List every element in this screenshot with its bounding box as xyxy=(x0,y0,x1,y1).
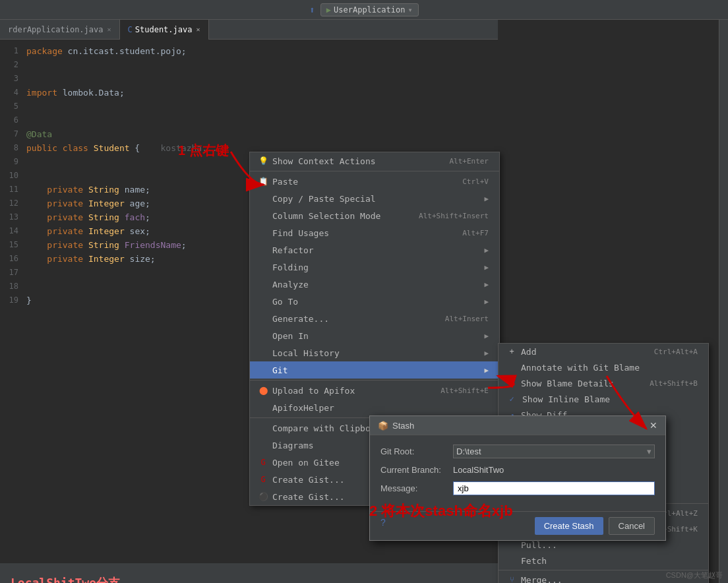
menu-label: ApifoxHelper xyxy=(272,403,334,413)
tab-label: rderApplication.java xyxy=(8,25,104,34)
menu-label: Generate... xyxy=(272,314,329,324)
menu-label: Create Gist... xyxy=(272,492,345,502)
git-label: Add xyxy=(521,347,536,357)
menu-item-paste[interactable]: 📋 Paste Ctrl+V xyxy=(250,173,499,190)
current-branch-label: Current Branch: xyxy=(380,465,453,475)
menu-item-refactor[interactable]: Refactor ▶ xyxy=(250,241,499,259)
message-label: Message: xyxy=(380,483,453,493)
blank-icon xyxy=(258,262,268,272)
menu-item-folding[interactable]: Folding ▶ xyxy=(250,259,499,276)
add-icon: + xyxy=(506,346,517,357)
git-label: Show Blame Details xyxy=(521,379,614,388)
blank-icon xyxy=(258,440,268,450)
blank-icon xyxy=(258,228,268,238)
git-item-annotate[interactable]: Annotate with Git Blame xyxy=(499,359,708,375)
menu-label: Find Usages xyxy=(272,228,329,238)
blank-icon xyxy=(258,193,268,204)
gitee-icon: G xyxy=(258,457,268,468)
menu-label: Go To xyxy=(272,297,298,307)
git-root-value: D:\test xyxy=(456,446,481,456)
code-line: 4 import lombok.Data; xyxy=(0,86,498,100)
arrow-icon: ▶ xyxy=(484,297,489,306)
arrow-icon: ▶ xyxy=(484,366,489,375)
menu-label: Local History xyxy=(272,348,340,358)
separator xyxy=(250,171,499,171)
menu-label: Diagrams xyxy=(272,441,314,450)
shortcut-label: Ctrl+V xyxy=(462,177,489,186)
menu-label: Analyze xyxy=(272,280,309,290)
menu-item-generate[interactable]: Generate... Alt+Insert xyxy=(250,310,499,327)
paste-icon: 📋 xyxy=(258,176,268,187)
menu-item-context-actions[interactable]: 💡 Show Context Actions Alt+Enter xyxy=(250,152,499,169)
menu-label: Paste xyxy=(272,177,298,187)
dropdown-arrow-icon: ▾ xyxy=(647,446,652,456)
blank-icon xyxy=(258,279,268,290)
blank-icon xyxy=(258,245,268,255)
blank-icon xyxy=(258,210,268,221)
shortcut-label: Alt+Enter xyxy=(449,157,489,166)
menu-item-analyze[interactable]: Analyze ▶ xyxy=(250,276,499,293)
menu-label: Column Selection Mode xyxy=(272,211,380,221)
cancel-button[interactable]: Cancel xyxy=(609,517,655,535)
git-root-select[interactable]: D:\test ▾ xyxy=(453,445,655,458)
dropdown-icon: ▾ xyxy=(408,5,412,15)
message-input[interactable] xyxy=(453,481,655,495)
blank-icon xyxy=(258,365,268,375)
dialog-close-button[interactable]: ✕ xyxy=(650,420,657,431)
separator xyxy=(250,380,499,381)
shortcut-label: Alt+F7 xyxy=(462,229,489,237)
code-line: 7 @Data xyxy=(0,128,498,142)
blank-icon xyxy=(506,539,517,550)
tab-student[interactable]: C Student.java ✕ xyxy=(120,20,209,40)
menu-item-column-select[interactable]: Column Selection Mode Alt+Shift+Insert xyxy=(250,207,499,224)
menu-label: Show Context Actions xyxy=(272,156,376,166)
menu-item-open-in[interactable]: Open In ▶ xyxy=(250,327,499,344)
menu-label: Create Gist... xyxy=(272,475,345,485)
blank-icon xyxy=(258,348,268,358)
stash-title-icon: 📦 xyxy=(378,421,388,431)
blank-icon xyxy=(258,313,268,324)
close-icon[interactable]: ✕ xyxy=(196,26,200,33)
close-icon[interactable]: ✕ xyxy=(107,26,111,33)
git-item-inline-blame[interactable]: ✓ Show Inline Blame xyxy=(499,391,708,407)
dialog-title: Stash xyxy=(392,421,414,431)
menu-label: Upload to Apifox xyxy=(272,386,355,396)
run-config[interactable]: ▶ UserApplication ▾ xyxy=(320,3,419,16)
arrow-icon: ▶ xyxy=(484,280,489,289)
menu-item-upload-apifox[interactable]: ⬤ Upload to Apifox Alt+Shift+E xyxy=(250,382,499,399)
tab-rder[interactable]: rderApplication.java ✕ xyxy=(0,20,120,40)
blank-icon xyxy=(506,378,517,388)
git-item-blame-details[interactable]: Show Blame Details Alt+Shift+B xyxy=(499,375,708,391)
back-icon[interactable]: ⬆ xyxy=(309,5,315,15)
current-branch-value: LocalShitTwo xyxy=(453,465,655,475)
code-line: 2 xyxy=(0,59,498,73)
arrow-icon: ▶ xyxy=(484,246,489,255)
menu-item-find-usages[interactable]: Find Usages Alt+F7 xyxy=(250,224,499,241)
scrollbar[interactable] xyxy=(719,20,728,583)
git-item-add[interactable]: + Add Ctrl+Alt+A xyxy=(499,344,708,359)
blank-icon xyxy=(258,330,268,341)
create-stash-button[interactable]: Create Stash xyxy=(535,517,603,535)
menu-item-local-history[interactable]: Local History ▶ xyxy=(250,344,499,361)
blank-icon xyxy=(258,296,268,307)
menu-item-git[interactable]: Git ▶ xyxy=(250,361,499,379)
arrow-icon: ▶ xyxy=(484,195,489,203)
git-root-label: Git Root: xyxy=(380,446,453,456)
code-line: 1 package cn.itcast.student.pojo; xyxy=(0,45,498,59)
menu-label: Git xyxy=(272,365,288,375)
menu-item-apifox-helper[interactable]: ApifoxHelper xyxy=(250,399,499,416)
menu-item-goto[interactable]: Go To ▶ xyxy=(250,293,499,310)
top-toolbar: ⬆ ▶ UserApplication ▾ xyxy=(0,0,728,20)
merge-icon: ⑂ xyxy=(506,574,517,583)
git-label: Merge... xyxy=(521,575,562,584)
code-line: 3 xyxy=(0,73,498,86)
tab-bar: rderApplication.java ✕ C Student.java ✕ xyxy=(0,20,498,40)
stash-dialog: 📦 Stash ✕ Git Root: D:\test ▾ Current Br… xyxy=(369,415,666,541)
shortcut-label: Ctrl+Alt+A xyxy=(654,348,698,356)
tab-label: Student.java xyxy=(135,25,193,34)
dialog-body: Git Root: D:\test ▾ Current Branch: Loca… xyxy=(370,435,665,511)
git-item-fetch[interactable]: Fetch xyxy=(499,553,708,568)
menu-item-copy-paste[interactable]: Copy / Paste Special ▶ xyxy=(250,190,499,207)
shortcut-label: Alt+Insert xyxy=(445,315,489,323)
blank-icon xyxy=(506,555,517,566)
